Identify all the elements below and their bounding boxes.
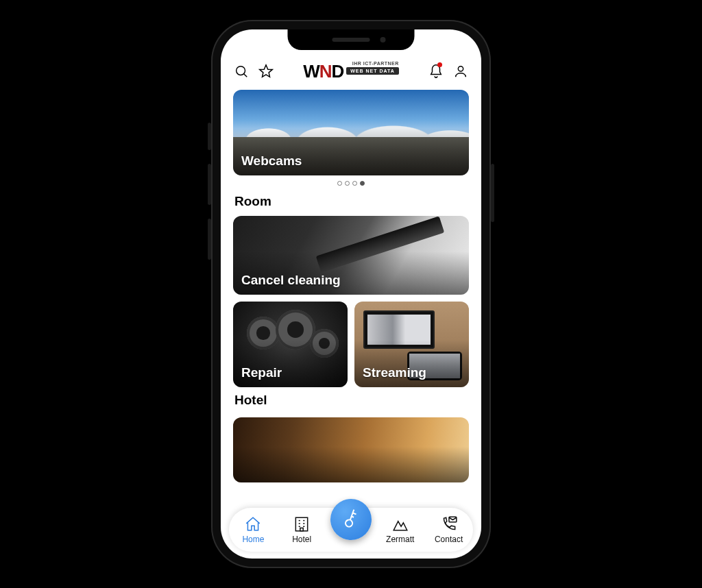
logo-wordmark: WND bbox=[303, 62, 343, 80]
svg-rect-4 bbox=[296, 517, 308, 531]
phone-frame: WND IHR ICT-PARTNER WEB NET DATA bbox=[211, 20, 491, 568]
section-title-room: Room bbox=[233, 188, 469, 216]
volume-down bbox=[208, 219, 211, 260]
app-content: WND IHR ICT-PARTNER WEB NET DATA bbox=[221, 29, 481, 559]
brand-logo: WND IHR ICT-PARTNER WEB NET DATA bbox=[303, 62, 399, 80]
pager-dot[interactable] bbox=[345, 181, 350, 186]
nav-label: Contact bbox=[435, 535, 463, 544]
mountain-icon bbox=[391, 515, 409, 533]
profile-button[interactable] bbox=[452, 63, 469, 79]
pager-dot-active[interactable] bbox=[360, 181, 365, 186]
logo-tagline-bottom: WEB NET DATA bbox=[346, 67, 399, 75]
volume-up bbox=[208, 164, 211, 205]
key-icon bbox=[337, 506, 365, 533]
phone-notch bbox=[288, 29, 415, 50]
card-label: Cancel cleaning bbox=[241, 273, 341, 288]
svg-point-0 bbox=[237, 66, 245, 75]
nav-label: Home bbox=[242, 535, 264, 544]
nav-zermatt[interactable]: Zermatt bbox=[380, 515, 420, 544]
card-repair[interactable]: Repair bbox=[233, 302, 348, 387]
bottom-nav: Home Hotel Zermatt Contact bbox=[229, 508, 473, 552]
hero-card-webcams[interactable]: Webcams bbox=[233, 90, 469, 175]
nav-contact[interactable]: Contact bbox=[429, 515, 469, 544]
fab-key[interactable] bbox=[330, 499, 372, 540]
phone-mail-icon bbox=[440, 515, 458, 533]
speaker bbox=[332, 38, 370, 42]
favorites-button[interactable] bbox=[258, 63, 274, 79]
svg-line-1 bbox=[244, 74, 247, 77]
home-icon bbox=[244, 515, 262, 533]
svg-rect-11 bbox=[300, 528, 303, 530]
card-hotel[interactable] bbox=[233, 417, 469, 482]
card-label: Streaming bbox=[363, 365, 426, 380]
power-button bbox=[491, 164, 494, 222]
logo-tagline-top: IHR ICT-PARTNER bbox=[352, 61, 399, 66]
nav-hotel[interactable]: Hotel bbox=[282, 515, 322, 544]
notification-badge bbox=[437, 62, 442, 67]
room-row: Repair Streaming bbox=[233, 302, 469, 387]
star-icon bbox=[258, 64, 274, 79]
pager-dot[interactable] bbox=[337, 181, 342, 186]
nav-home[interactable]: Home bbox=[233, 515, 273, 544]
nav-label: Zermatt bbox=[386, 535, 414, 544]
section-title-hotel: Hotel bbox=[233, 387, 469, 415]
user-icon bbox=[453, 64, 468, 79]
svg-marker-2 bbox=[260, 65, 272, 77]
mute-switch bbox=[208, 123, 211, 150]
card-label: Repair bbox=[241, 365, 282, 380]
search-icon bbox=[234, 64, 249, 79]
header-right bbox=[428, 63, 469, 79]
nav-label: Hotel bbox=[292, 535, 311, 544]
front-camera bbox=[380, 37, 386, 42]
svg-point-12 bbox=[344, 519, 353, 528]
carousel-pager[interactable] bbox=[233, 175, 469, 188]
card-streaming[interactable]: Streaming bbox=[354, 302, 469, 387]
top-header: WND IHR ICT-PARTNER WEB NET DATA bbox=[233, 60, 469, 87]
header-left bbox=[233, 63, 274, 79]
hero-label: Webcams bbox=[241, 154, 302, 169]
scroll-area[interactable]: Webcams Room Cancel cleaning bbox=[233, 87, 469, 504]
search-button[interactable] bbox=[233, 63, 250, 79]
pager-dot[interactable] bbox=[352, 181, 357, 186]
svg-point-3 bbox=[458, 66, 463, 71]
notifications-button[interactable] bbox=[428, 63, 444, 79]
card-cancel-cleaning[interactable]: Cancel cleaning bbox=[233, 216, 469, 295]
phone-screen: WND IHR ICT-PARTNER WEB NET DATA bbox=[221, 29, 481, 559]
hotel-icon bbox=[293, 515, 311, 533]
